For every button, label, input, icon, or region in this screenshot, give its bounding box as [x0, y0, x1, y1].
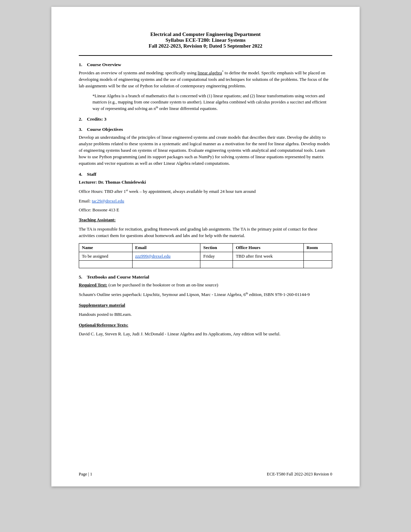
section-3-title: Course Objectives: [87, 127, 123, 132]
optional-label-line: Optional/Reference Texts:: [79, 322, 332, 329]
section-2-number: 2.: [79, 116, 82, 122]
section-1: 1. Course Overview Provides an overview …: [79, 62, 332, 112]
cell-empty-section: [200, 260, 233, 268]
section-2-title: Credits: 3: [87, 116, 107, 122]
supp-label-line: Supplementary material: [79, 302, 332, 309]
cell-section: Friday: [200, 252, 233, 260]
table-row: To be assigned zzz999@drexel.edu Friday …: [79, 252, 332, 260]
cell-empty-name: [79, 260, 133, 268]
email-line: Email: tac29@drexel.edu: [79, 198, 332, 205]
required-text-line: Required Text: (can be purchased in the …: [79, 282, 332, 288]
section-1-footnote: *Linear Algebra is a branch of mathemati…: [92, 93, 332, 112]
email-link[interactable]: tac29@drexel.edu: [92, 198, 124, 203]
page-header: Electrical and Computer Engineering Depa…: [79, 32, 332, 49]
header-divider: [79, 55, 332, 56]
header-line1: Electrical and Computer Engineering Depa…: [79, 32, 332, 37]
required-body: Schaum's Outline series paperback: Lipsc…: [79, 291, 332, 298]
ta-table: Name Email Section Office Hours Room To …: [79, 243, 332, 268]
section-4-number: 4.: [79, 172, 82, 177]
supp-body: Handouts posted to BBLearn.: [79, 311, 332, 318]
col-section: Section: [200, 243, 233, 252]
office-line: Office: Bossone 413 E: [79, 207, 332, 213]
section-4: 4. Staff Lecturer: Dr. Thomas Chmielewsk…: [79, 172, 332, 268]
section-2-heading: 2. Credits: 3: [79, 116, 332, 122]
lecturer-label: Lecturer: Dr. Thomas Chmielewski: [79, 179, 332, 186]
ta-body: The TA is responsible for recitation, gr…: [79, 226, 332, 239]
section-1-heading: 1. Course Overview: [79, 62, 332, 67]
table-header-row: Name Email Section Office Hours Room: [79, 243, 332, 252]
section-3-body: Develop an understanding of the principl…: [79, 134, 332, 166]
required-sub: (can be purchased in the bookstore or fr…: [108, 282, 218, 287]
cell-empty-email: [132, 260, 200, 268]
header-line3: Fall 2022-2023, Revision 0; Dated 5 Sept…: [79, 43, 332, 49]
col-email: Email: [132, 243, 200, 252]
footer-center: ECE-T580 Fall 2022-2023 Revision 0: [267, 472, 332, 477]
document-page: Electrical and Computer Engineering Depa…: [51, 7, 360, 486]
ta-email-link[interactable]: zzz999@drexel.edu: [135, 253, 171, 259]
section-3-number: 3.: [79, 127, 82, 132]
section-5: 5. Textbooks and Course Material Require…: [79, 274, 332, 337]
section-2: 2. Credits: 3: [79, 116, 332, 122]
page-footer: Page | 1 ECE-T580 Fall 2022-2023 Revisio…: [79, 472, 332, 477]
section-5-number: 5.: [79, 274, 82, 280]
cell-room: [303, 252, 332, 260]
cell-office-hours: TBD after first week: [233, 252, 304, 260]
col-office-hours: Office Hours: [233, 243, 304, 252]
header-line2: Syllabus ECE-T280: Linear Systems: [79, 37, 332, 43]
email-label: Email:: [79, 198, 92, 203]
cell-email: zzz999@drexel.edu: [132, 252, 200, 260]
section-4-title: Staff: [87, 172, 97, 177]
col-room: Room: [303, 243, 332, 252]
ta-label: Teaching Assistant:: [79, 217, 116, 222]
section-1-title: Course Overview: [87, 62, 121, 67]
section-4-heading: 4. Staff: [79, 172, 332, 177]
section-5-title: Textbooks and Course Material: [87, 274, 149, 280]
office-hours: Office Hours: TBD after 1st week – by ap…: [79, 188, 332, 195]
section-3: 3. Course Objectives Develop an understa…: [79, 127, 332, 166]
section-1-body: Provides an overview of systems and mode…: [79, 70, 332, 89]
cell-empty-room: [303, 260, 332, 268]
table-row-empty: [79, 260, 332, 268]
section-5-heading: 5. Textbooks and Course Material: [79, 274, 332, 280]
ta-heading: Teaching Assistant:: [79, 217, 332, 223]
cell-empty-office-hours: [233, 260, 304, 268]
optional-body: David C. Lay, Steven R. Lay, Judi J. McD…: [79, 331, 332, 337]
optional-label: Optional/Reference Texts:: [79, 322, 128, 327]
section-3-heading: 3. Course Objectives: [79, 127, 332, 132]
section-1-number: 1.: [79, 62, 82, 67]
lecturer-label-text: Lecturer: Dr. Thomas Chmielewski: [79, 180, 146, 185]
required-label: Required Text:: [79, 282, 107, 287]
supp-label: Supplementary material: [79, 302, 125, 308]
cell-name: To be assigned: [79, 252, 133, 260]
col-name: Name: [79, 243, 133, 252]
footer-left: Page | 1: [79, 472, 92, 477]
